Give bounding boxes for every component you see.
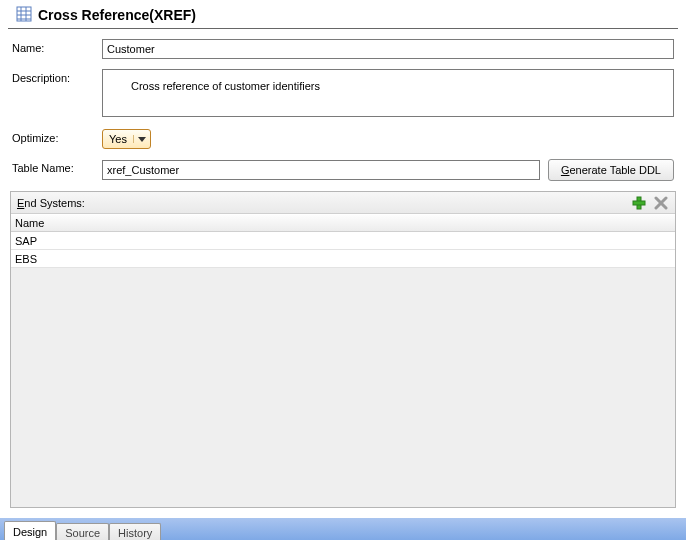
page-title: Cross Reference(XREF) bbox=[38, 7, 196, 23]
optimize-value: Yes bbox=[103, 133, 133, 145]
form-area: Name: Description: Cross reference of cu… bbox=[0, 29, 686, 191]
bottom-tab-bar: Design Source History bbox=[0, 518, 686, 540]
table-name-label: Table Name: bbox=[12, 159, 102, 174]
description-input[interactable]: Cross reference of customer identifiers bbox=[102, 69, 674, 117]
optimize-label: Optimize: bbox=[12, 129, 102, 144]
tab-label: Source bbox=[65, 527, 100, 539]
list-item-label: EBS bbox=[15, 253, 37, 265]
xref-icon bbox=[16, 6, 32, 24]
end-systems-label: End Systems: bbox=[17, 197, 631, 209]
end-systems-column-header[interactable]: Name bbox=[11, 214, 675, 232]
tab-label: History bbox=[118, 527, 152, 539]
column-name-header: Name bbox=[15, 217, 44, 229]
end-systems-body: SAP EBS bbox=[11, 232, 675, 507]
description-label: Description: bbox=[12, 69, 102, 84]
add-icon[interactable] bbox=[631, 195, 647, 211]
end-systems-panel: End Systems: Name bbox=[10, 191, 676, 508]
list-item[interactable]: EBS bbox=[11, 250, 675, 268]
tab-source[interactable]: Source bbox=[56, 523, 109, 540]
list-item[interactable]: SAP bbox=[11, 232, 675, 250]
tab-label: Design bbox=[13, 526, 47, 538]
editor-header: Cross Reference(XREF) bbox=[8, 0, 678, 29]
list-item-label: SAP bbox=[15, 235, 37, 247]
optimize-select[interactable]: Yes bbox=[102, 129, 151, 149]
generate-table-ddl-button[interactable]: Generate Table DDL bbox=[548, 159, 674, 181]
end-systems-titlebar: End Systems: bbox=[11, 192, 675, 214]
name-label: Name: bbox=[12, 39, 102, 54]
svg-rect-8 bbox=[633, 201, 645, 205]
svg-marker-6 bbox=[138, 137, 146, 142]
chevron-down-icon bbox=[133, 135, 150, 143]
name-input[interactable] bbox=[102, 39, 674, 59]
tab-design[interactable]: Design bbox=[4, 521, 56, 540]
tab-history[interactable]: History bbox=[109, 523, 161, 540]
table-name-input[interactable] bbox=[102, 160, 540, 180]
delete-icon[interactable] bbox=[653, 195, 669, 211]
